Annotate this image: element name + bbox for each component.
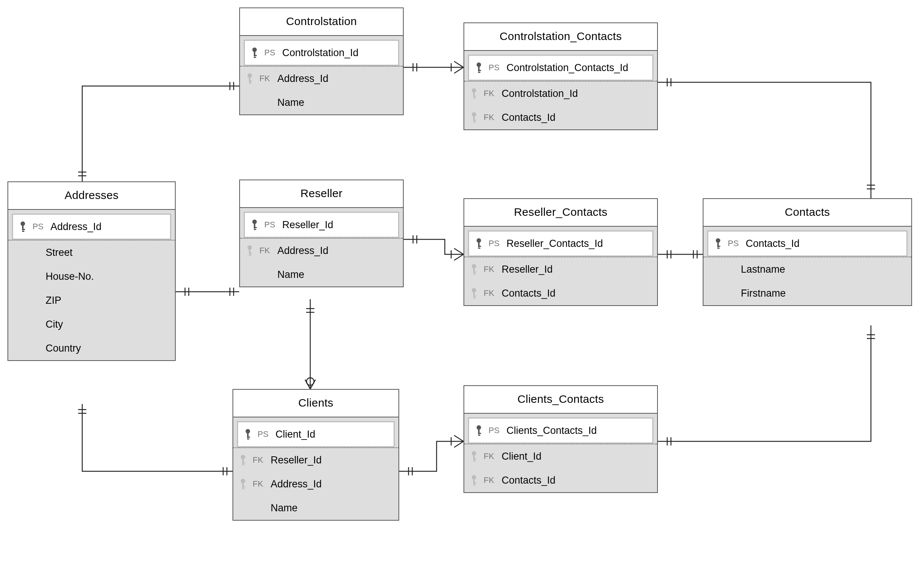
column-name: Reseller_Id [502, 264, 652, 275]
column-name: City [46, 319, 170, 330]
column-name: Clients_Contacts_Id [507, 425, 647, 437]
column-name: Controlstation_Id [282, 47, 393, 59]
table-row: PS Reseller_Contacts_Id [469, 232, 652, 255]
column-name: Address_Id [277, 73, 398, 85]
table-row: PS Reseller_Id [245, 213, 398, 237]
key-type-label: PS [489, 426, 501, 435]
table-row: FK Address_Id [240, 239, 403, 263]
table-row: FK Controlstation_Id [464, 82, 657, 105]
entity-title: Contacts [704, 199, 911, 227]
key-icon [469, 263, 478, 275]
key-icon [469, 474, 478, 486]
entity-addresses[interactable]: Addresses PS Address_Id Street House-No.… [8, 182, 176, 361]
table-row: Name [233, 496, 398, 520]
table-row: FK Contacts_Id [464, 468, 657, 492]
column-name: Contacts_Id [502, 112, 652, 123]
key-icon [474, 237, 483, 249]
entity-controlstation[interactable]: Controlstation PS Controlstation_Id FK A… [239, 8, 404, 115]
key-icon [250, 219, 259, 231]
column-name: ZIP [46, 295, 170, 306]
table-row: Firstname [704, 281, 911, 305]
entity-title: Clients [233, 390, 398, 417]
key-icon [245, 245, 254, 257]
key-type-label: PS [489, 63, 501, 72]
key-type-label: FK [484, 475, 496, 485]
column-name: Reseller_Id [282, 219, 393, 231]
entity-title: Reseller [240, 180, 403, 208]
column-name: Client_Id [502, 451, 652, 462]
column-name: Client_Id [275, 429, 388, 440]
table-row: PS Controlstation_Id [245, 41, 398, 65]
table-row: PS Clients_Contacts_Id [469, 419, 652, 442]
entity-clients-contacts[interactable]: Clients_Contacts PS Clients_Contacts_Id … [463, 385, 658, 493]
key-type-label: PS [33, 222, 45, 232]
key-type-label: FK [484, 113, 496, 122]
key-type-label: PS [489, 239, 501, 249]
column-name: Firstname [741, 288, 906, 299]
table-row: House-No. [8, 265, 175, 288]
entity-title: Clients_Contacts [464, 386, 657, 414]
column-name: Reseller_Contacts_Id [507, 238, 647, 249]
key-type-label: FK [259, 74, 272, 83]
key-icon [243, 428, 252, 440]
table-row: Lastname [704, 257, 911, 281]
entity-title: Addresses [8, 182, 175, 210]
svg-point-0 [306, 378, 314, 385]
key-icon [469, 287, 478, 299]
table-row: FK Client_Id [464, 444, 657, 468]
entity-clients[interactable]: Clients PS Client_Id FK Reseller_Id FK A… [233, 389, 399, 521]
table-row: PS Contacts_Id [708, 232, 906, 255]
table-row: Name [240, 263, 403, 286]
key-icon [714, 237, 722, 249]
column-name: Address_Id [51, 221, 165, 233]
column-name: Reseller_Id [271, 455, 393, 466]
table-row: Name [240, 90, 403, 114]
table-row: FK Contacts_Id [464, 281, 657, 305]
key-icon [238, 454, 248, 466]
column-name: House-No. [46, 271, 170, 282]
key-icon [18, 221, 27, 233]
column-name: Address_Id [277, 245, 398, 257]
column-name: Controlstation_Id [502, 88, 652, 100]
table-row: Street [8, 240, 175, 265]
table-row: PS Controlstation_Contacts_Id [469, 56, 652, 80]
entity-reseller-contacts[interactable]: Reseller_Contacts PS Reseller_Contacts_I… [463, 198, 658, 306]
key-type-label: PS [728, 239, 740, 249]
column-name: Street [46, 247, 170, 258]
table-row: PS Address_Id [13, 215, 170, 239]
key-type-label: FK [484, 451, 496, 461]
key-icon [474, 62, 483, 74]
table-row: FK Reseller_Id [464, 257, 657, 281]
entity-title: Controlstation_Contacts [464, 23, 657, 51]
table-row: FK Reseller_Id [233, 448, 398, 472]
key-type-label: PS [264, 48, 277, 57]
key-icon [469, 111, 478, 123]
entity-contacts[interactable]: Contacts PS Contacts_Id Lastname Firstna… [703, 198, 912, 306]
key-type-label: FK [259, 246, 272, 255]
table-row: City [8, 312, 175, 336]
column-name: Country [46, 343, 170, 354]
entity-reseller[interactable]: Reseller PS Reseller_Id FK Address_Id Na… [239, 180, 404, 287]
table-row: FK Address_Id [240, 67, 403, 90]
column-name: Contacts_Id [746, 238, 901, 249]
table-row: ZIP [8, 288, 175, 312]
key-icon [238, 478, 248, 490]
column-name: Lastname [741, 264, 906, 275]
entity-controlstation-contacts[interactable]: Controlstation_Contacts PS Controlstatio… [463, 23, 658, 130]
column-name: Controlstation_Contacts_Id [507, 62, 647, 74]
key-type-label: FK [484, 88, 496, 98]
table-row: Country [8, 336, 175, 360]
column-name: Contacts_Id [502, 474, 652, 486]
column-name: Name [277, 269, 398, 281]
table-row: FK Contacts_Id [464, 105, 657, 129]
key-type-label: PS [264, 220, 277, 230]
key-icon [469, 88, 478, 100]
column-name: Name [277, 97, 398, 108]
key-icon [469, 450, 478, 462]
key-icon [250, 47, 259, 59]
key-type-label: FK [484, 265, 496, 274]
key-icon [245, 72, 254, 85]
table-row: PS Client_Id [238, 422, 394, 446]
key-type-label: FK [484, 288, 496, 298]
table-row: FK Address_Id [233, 472, 398, 496]
